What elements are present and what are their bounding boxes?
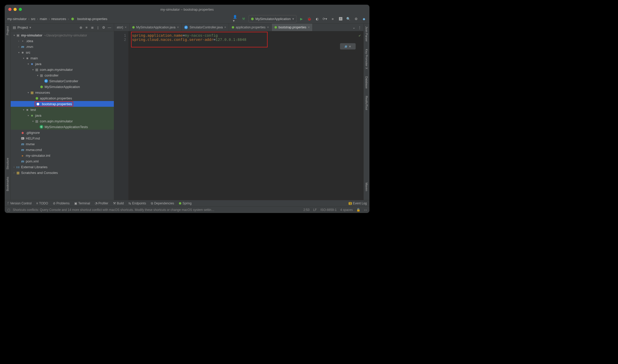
todo-tab[interactable]: ≡ TODO xyxy=(36,202,48,205)
structure-tool-tab[interactable]: Structure xyxy=(6,157,9,171)
key-promoter-tab[interactable]: Key Promoter X xyxy=(365,48,368,70)
tree-scratches[interactable]: ›▦Scratches and Consoles xyxy=(11,170,114,175)
project-header: ▤ Project ▾ ⊕ ≡ ≣ | ⚙ — xyxy=(11,24,114,31)
tree-class-file[interactable]: ⬢MySimulatorApplication xyxy=(11,84,114,90)
tree-external-libs[interactable]: ›⫾⫾External Libraries xyxy=(11,164,114,170)
tree-controller-package[interactable]: ▾▦controller xyxy=(11,72,114,78)
inlay-hint-box[interactable]: m× xyxy=(340,43,356,49)
tree-class-file[interactable]: CSimulatorController xyxy=(11,78,114,84)
breadcrumb-item[interactable]: my-simulator xyxy=(7,17,27,21)
editor-tab-active[interactable]: ⬢bootstrap.properties× xyxy=(272,24,313,31)
breadcrumb-item[interactable]: main xyxy=(40,17,47,21)
tree-java-folder[interactable]: ▾■java xyxy=(11,61,114,67)
tree-gitignore[interactable]: ◆.gitignore xyxy=(11,130,114,135)
tree-idea-folder[interactable]: ›▪.idea xyxy=(11,38,114,44)
chevron-down-icon[interactable]: ⌄ xyxy=(353,26,355,29)
spring-tab[interactable]: ⬢ Spring xyxy=(179,202,191,205)
code-editor[interactable]: 1 2 spring.application.name=my-nacos-con… xyxy=(114,31,363,200)
maximize-window-button[interactable] xyxy=(19,8,22,11)
breadcrumb-item[interactable]: src xyxy=(31,17,35,21)
tree-app-properties[interactable]: ⬢application.properties xyxy=(11,95,114,101)
tree-mvnw-cmd[interactable]: mmvnw.cmd xyxy=(11,147,114,153)
select-opened-file-icon[interactable]: ⊕ xyxy=(78,25,83,30)
close-icon[interactable]: × xyxy=(349,44,351,48)
close-tab-icon[interactable]: × xyxy=(267,26,269,29)
problems-tab[interactable]: ⊘ Problems xyxy=(53,202,70,205)
tree-help-md[interactable]: M↓HELP.md xyxy=(11,135,114,141)
tree-iml[interactable]: ▸my-simulator.iml xyxy=(11,153,114,158)
caret-position[interactable]: 2:53 xyxy=(304,208,310,212)
tree-resources-folder[interactable]: ▾▦resources xyxy=(11,90,114,95)
tree-test-java-folder[interactable]: ▾■java xyxy=(11,112,114,118)
chevron-down-icon[interactable]: ▾ xyxy=(29,26,31,29)
restful-tool-tab[interactable]: RestfulTool xyxy=(365,95,368,111)
minimize-window-button[interactable] xyxy=(14,8,17,11)
close-tab-icon[interactable]: × xyxy=(308,26,310,29)
expand-all-icon[interactable]: ≡ xyxy=(84,25,89,30)
gear-icon[interactable]: ⚙ xyxy=(101,25,106,30)
file-encoding[interactable]: ISO-8859-1 xyxy=(320,208,337,212)
tree-package[interactable]: ▾▦com.aqin.mysimulator xyxy=(11,67,114,72)
run-icon[interactable]: ▶ xyxy=(299,16,304,22)
debug-icon[interactable]: 🐞 xyxy=(306,16,312,22)
main-body: Project Structure Bookmarks ▤ Project ▾ … xyxy=(5,24,369,200)
close-window-button[interactable] xyxy=(8,8,11,11)
bookmarks-tool-tab[interactable]: Bookmarks xyxy=(6,176,9,192)
breadcrumb-item[interactable]: resources xyxy=(51,17,66,21)
editor-tab[interactable]: CSimulatorController.java× xyxy=(182,24,229,31)
translate-icon[interactable]: 🅰 xyxy=(338,16,343,22)
breadcrumb-item[interactable]: bootstrap.properties xyxy=(77,17,107,21)
memory-indicator-icon[interactable]: ▭ xyxy=(364,208,367,212)
json-parser-tab[interactable]: Json Parser xyxy=(365,25,368,43)
profiler-tab[interactable]: ◔ Profiler xyxy=(95,202,108,205)
search-icon[interactable]: 🔍 xyxy=(345,16,351,22)
status-bar: ▢ Shortcuts conflicts: Query Console and… xyxy=(5,206,369,213)
tree-src-folder[interactable]: ▾■src xyxy=(11,49,114,55)
editor-tab[interactable]: ator)× xyxy=(114,24,129,31)
close-tab-icon[interactable]: × xyxy=(125,26,127,29)
editor-tab[interactable]: ⬢application.properties× xyxy=(229,24,272,31)
tree-main-folder[interactable]: ▾■main xyxy=(11,55,114,61)
event-log-tab[interactable]: 1 Event Log xyxy=(349,202,367,205)
more-icon[interactable]: ⋮ xyxy=(358,26,361,29)
tree-mvn-folder[interactable]: ›m.mvn xyxy=(11,44,114,49)
vcs-user-icon[interactable]: 👤▾ xyxy=(233,16,239,22)
main-toolbar: my-simulator › src › main › resources › … xyxy=(5,14,369,24)
settings-icon[interactable]: ⚙ xyxy=(353,16,359,22)
tree-bootstrap-properties[interactable]: ⬢bootstrap.properties xyxy=(11,101,114,107)
stop-icon[interactable]: ■ xyxy=(330,16,336,22)
coverage-icon[interactable]: ◐ xyxy=(314,16,320,22)
tool-windows-icon[interactable]: ▢ xyxy=(7,208,10,212)
editor-tab[interactable]: ⬢MySimulatorApplication.java× xyxy=(129,24,182,31)
readonly-icon[interactable]: 🔓 xyxy=(356,208,360,212)
maven-tab[interactable]: Maven xyxy=(365,181,368,192)
tree-label: my-simulator xyxy=(21,33,42,37)
code-content[interactable]: spring.application.name=my-nacos-config … xyxy=(128,31,363,200)
build-tab[interactable]: ⚒ Build xyxy=(113,202,124,205)
terminal-tab[interactable]: ▣ Terminal xyxy=(74,202,90,205)
endpoints-tab[interactable]: ⇆ Endpoints xyxy=(128,202,146,205)
tree-project-root[interactable]: ▾▣my-simulator~/Java/projects/my-simulat… xyxy=(11,32,114,38)
project-tool-tab[interactable]: Project xyxy=(6,25,9,36)
toolbox-icon[interactable]: ◆ xyxy=(361,16,367,22)
left-tool-strip: Project Structure Bookmarks xyxy=(5,24,11,200)
tree-test-package[interactable]: ▾▦com.aqin.mysimulator xyxy=(11,118,114,124)
tree-label: .gitignore xyxy=(26,131,40,135)
database-tab[interactable]: Database xyxy=(365,75,368,90)
tree-test-class[interactable]: CMySimulatorApplicationTests xyxy=(11,124,114,130)
run-config-dropdown[interactable]: ⬢ MySimulatorApplication ▾ xyxy=(249,15,296,22)
minimize-icon[interactable]: — xyxy=(107,25,112,30)
line-separator[interactable]: LF xyxy=(313,208,317,212)
collapse-all-icon[interactable]: ≣ xyxy=(90,25,95,30)
tree-pom[interactable]: mpom.xml xyxy=(11,158,114,164)
indent-info[interactable]: 4 spaces xyxy=(340,208,353,212)
close-tab-icon[interactable]: × xyxy=(224,26,226,29)
version-control-tab[interactable]: ᚶ Version Control xyxy=(7,202,32,205)
close-tab-icon[interactable]: × xyxy=(177,26,179,29)
profile-icon[interactable]: ⟳▾ xyxy=(322,16,328,22)
tree-test-folder[interactable]: ▾■test xyxy=(11,107,114,112)
inspection-ok-icon[interactable]: ✔ xyxy=(359,33,361,37)
build-icon[interactable]: ⚒ xyxy=(241,16,246,22)
tree-mvnw[interactable]: mmvnw xyxy=(11,141,114,147)
dependencies-tab[interactable]: ⧉ Dependencies xyxy=(151,202,174,205)
